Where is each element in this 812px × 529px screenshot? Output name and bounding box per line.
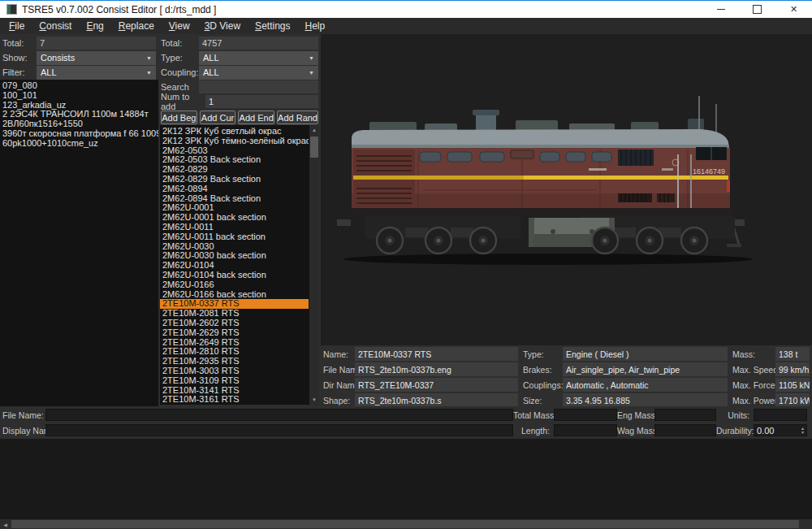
coupling-dropdown[interactable]: ALL ▼ (199, 66, 318, 80)
menu-consist[interactable]: Consist (32, 19, 79, 33)
file-name-label: File Name: (0, 410, 45, 420)
menu-replace[interactable]: Replace (111, 19, 162, 33)
window-title: TSRE5 v0.7.002 Consist Editor [ d:/rts_m… (22, 4, 216, 15)
consist-list[interactable]: 079_080 100_101 123_arkadia_uz 2 2ЭС4К Т… (0, 80, 158, 406)
consist-list-item[interactable]: 123_arkadia_uz (0, 101, 158, 111)
eng-total-label: Total: (161, 38, 199, 48)
locomotive-3d-view[interactable]: 16146749 (321, 34, 812, 345)
consist-list-item[interactable]: 2ВЛ60пк1516+1550 (0, 119, 158, 129)
durability-spinner[interactable]: ▲ ▼ (754, 424, 807, 436)
num-to-add-input[interactable] (205, 95, 318, 108)
maximize-button[interactable] (739, 1, 775, 18)
loco-stripe (353, 176, 728, 180)
file-name-input[interactable] (45, 409, 513, 421)
eng-list-item[interactable]: 2TE10M-2081 RTS (160, 309, 309, 319)
eng-list-item[interactable]: 2К12 ЗРК Куб светлый окрас (160, 127, 309, 137)
eng-list-item[interactable]: 2M62U-0001 back section (160, 213, 309, 223)
menu-view[interactable]: View (162, 19, 197, 33)
scrollbar-thumb[interactable] (310, 137, 318, 158)
spin-down-icon[interactable]: ▼ (799, 431, 806, 435)
add-buttons-row: Add Beg Add Cur Add End Add Rand (161, 111, 318, 124)
eng-list-item[interactable]: 2M62-0894 Back section (160, 194, 309, 204)
3d-viewport[interactable]: 16146749 (321, 34, 812, 345)
durability-label: Durability: (716, 426, 754, 436)
titlebar: TSRE5 v0.7.002 Consist Editor [ d:/rts_m… (0, 0, 812, 18)
detail-maxspeed-label: Max. Speed: (730, 362, 775, 376)
scroll-left-icon[interactable]: ◀ (0, 519, 11, 529)
eng-list-item[interactable]: 2M62U-0030 (160, 242, 309, 252)
display-name-input[interactable] (45, 424, 513, 436)
menu-3d-view[interactable]: 3D View (197, 19, 248, 33)
eng-list-item[interactable]: 2M62U-0166 back section (160, 290, 309, 300)
eng-list-item[interactable]: 2M62-0829 (160, 165, 309, 175)
eng-list-item[interactable]: 2TE10M-3141 RTS (160, 386, 309, 396)
detail-mass-value: 138 t (775, 347, 810, 361)
eng-list-item[interactable]: 2M62-0829 Back section (160, 175, 309, 184)
consist-list-item[interactable]: 079_080 (0, 81, 158, 91)
close-button[interactable]: ✕ (775, 1, 812, 18)
eng-list-item[interactable]: 2M62U-0011 back section (160, 232, 309, 242)
detail-shape-value: RTS_2te10m-0337b.s (355, 393, 518, 407)
add-cur-button[interactable]: Add Cur (200, 111, 236, 124)
add-beg-button[interactable]: Add Beg (161, 111, 197, 124)
horizontal-scrollbar[interactable]: ◀ (0, 519, 812, 529)
consist-list-item[interactable]: 100_101 (0, 91, 158, 101)
eng-list-item[interactable]: 2M62-0503 Back section (160, 155, 309, 165)
show-dropdown[interactable]: Consists ▼ (37, 51, 156, 65)
loco-frame (350, 208, 732, 215)
eng-list-item[interactable]: 2TE10M-3161 RTS (160, 395, 309, 405)
eng-list-item[interactable]: 2M62U-0001 (160, 203, 309, 213)
hscrollbar-thumb[interactable] (11, 520, 799, 528)
consist-list-item[interactable]: 3960т скоросная платформа f 66 1009м (0, 129, 158, 139)
type-dropdown[interactable]: ALL ▼ (199, 51, 318, 65)
eng-list-item[interactable]: 2M62-0894 (160, 184, 309, 194)
eng-list-item[interactable]: 2TE10M-2810 RTS (160, 347, 309, 357)
consist-total-label: Total: (2, 38, 37, 48)
filter-label: Filter: (2, 67, 37, 77)
detail-filename-value: RTS_2te10m-0337b.eng (355, 362, 518, 376)
eng-list-item[interactable]: 2M62U-0166 (160, 280, 309, 290)
eng-list-item[interactable]: 2M62U-0011 (160, 223, 309, 232)
eng-list-item[interactable]: 2M62U-0104 (160, 261, 309, 271)
add-rand-button[interactable]: Add Rand (277, 111, 318, 124)
filter-dropdown-value: ALL (41, 67, 57, 77)
wag-mass-label: Wag Mass: (617, 426, 654, 436)
eng-list[interactable]: 2К12 ЗРК Куб светлый окрас 2К12 ЗРК Куб … (160, 125, 319, 405)
minimize-icon (717, 9, 725, 10)
eng-list-item-selected[interactable]: 2TE10M-0337 RTS (160, 299, 309, 309)
menu-file[interactable]: File (2, 19, 32, 33)
eng-total-field (199, 37, 318, 50)
add-end-button[interactable]: Add End (238, 111, 274, 124)
eng-list-item[interactable]: 2TE10M-3109 RTS (160, 376, 309, 386)
chevron-down-icon: ▼ (146, 55, 152, 61)
eng-list-item[interactable]: 2TE10M-2935 RTS (160, 357, 309, 366)
type-dropdown-value: ALL (203, 53, 219, 63)
consist-list-item[interactable]: 2 2ЭС4К ТРАНСОИЛ 1100м 14884т (0, 110, 158, 119)
spinner-arrows[interactable]: ▲ ▼ (799, 427, 806, 435)
scroll-up-icon[interactable]: ▲ (309, 125, 319, 135)
menu-help[interactable]: Help (297, 19, 332, 33)
eng-list-scrollbar[interactable]: ▲ ▼ (309, 125, 319, 405)
eng-list-item[interactable]: 2M62U-0104 back section (160, 271, 309, 280)
show-label: Show: (2, 53, 37, 63)
loco-radiator-grille (618, 150, 654, 166)
eng-list-item[interactable]: 2TE10M-2649 RTS (160, 338, 309, 348)
search-input[interactable] (199, 80, 318, 93)
menu-eng[interactable]: Eng (79, 19, 110, 33)
menubar: File Consist Eng Replace View 3D View Se… (0, 18, 812, 34)
eng-list-item[interactable]: 2M62U-0030 back section (160, 251, 309, 261)
scroll-down-icon[interactable]: ▼ (309, 395, 319, 405)
filter-dropdown[interactable]: ALL ▼ (37, 66, 156, 80)
eng-list-item[interactable]: 2TE10M-3003 RTS (160, 366, 309, 376)
eng-list-item[interactable]: 2TE10M-2602 RTS (160, 319, 309, 328)
minimize-button[interactable] (702, 1, 739, 18)
durability-input[interactable] (754, 425, 799, 436)
eng-list-item[interactable]: 2К12 ЗРК Куб тёмно-зелёный окрас (160, 137, 309, 146)
eng-list-item[interactable]: 2M62-0503 (160, 146, 309, 156)
menu-settings[interactable]: Settings (248, 19, 297, 33)
detail-maxpower-value: 1710 kW (775, 393, 810, 407)
eng-list-item[interactable]: 2TE10M-2629 RTS (160, 328, 309, 338)
consist-list-item[interactable]: 60pk1000+1010cme_uz (0, 139, 158, 149)
detail-maxforce-value: 1105 kN (775, 378, 810, 392)
eng-details-panel: Name: 2TE10M-0337 RTS Type: Engine ( Die… (321, 345, 812, 406)
